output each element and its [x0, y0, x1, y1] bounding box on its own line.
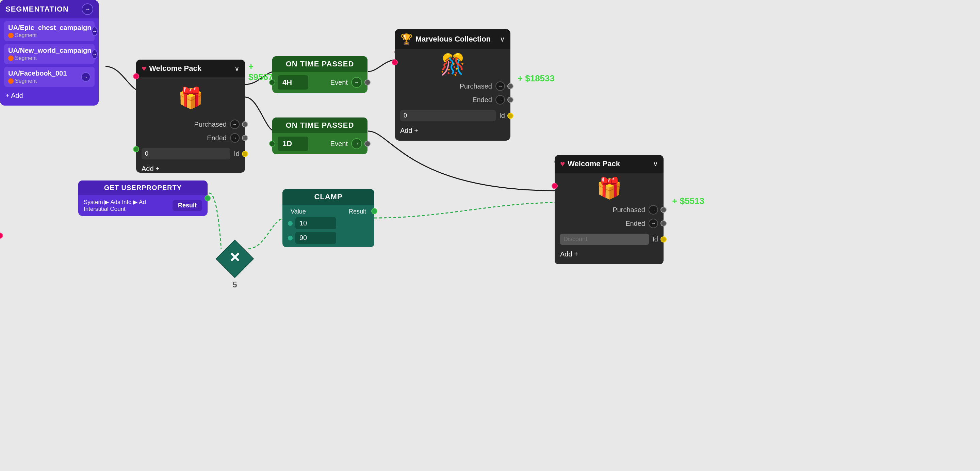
- seg-item-epic[interactable]: UA/Epic_chest_campaign Segment →: [4, 21, 95, 41]
- marvelous-title: Marvelous Collection: [415, 35, 491, 43]
- marvelous-purchased-label: Purchased: [460, 82, 492, 90]
- clamp-max-input[interactable]: [295, 232, 336, 244]
- userproperty-output-dot: [205, 195, 211, 201]
- welcome-pack-ended-label: Ended: [207, 134, 227, 142]
- wp2-id-label: Id: [652, 235, 658, 243]
- welcome-pack-node: ♥ Welcome Pack ∨ 🎁 Purchased → Ended → I…: [136, 60, 245, 172]
- welcome-pack-header: ♥ Welcome Pack ∨: [136, 60, 245, 77]
- marvelous-ended-label: Ended: [472, 96, 492, 104]
- seg-item-facebook[interactable]: UA/Facebook_001 Segment →: [4, 67, 95, 87]
- welcome-pack-2-header: ♥ Welcome Pack ∨: [555, 155, 663, 172]
- wp2-ended-label: Ended: [625, 220, 645, 227]
- segmentation-nav-arrow[interactable]: →: [82, 3, 93, 15]
- time-1d-input-dot: [269, 141, 275, 147]
- wp2-id-dot: [660, 236, 667, 243]
- userproperty-node: GET USERPROPERTY System ▶ Ads Info ▶ Ad …: [78, 180, 208, 216]
- seg-add-button[interactable]: + Add: [5, 92, 93, 99]
- segmentation-title: SEGMENTATION: [5, 5, 69, 14]
- marvelous-purchased-dot: [508, 83, 514, 89]
- segmentation-node: SEGMENTATION → UA/Epic_chest_campaign Se…: [0, 0, 99, 105]
- marvelous-revenue: + $18533: [517, 73, 555, 84]
- seg-output-dot: [0, 233, 3, 239]
- time-4h-header: ON TIME PASSED: [272, 56, 368, 72]
- time-4h-input-dot: [269, 79, 275, 86]
- multiply-node: ✕ 5: [215, 238, 255, 279]
- wp2-add-btn[interactable]: Add +: [560, 250, 658, 258]
- welcome-pack-id-input[interactable]: [142, 148, 231, 160]
- wp2-ended-dot: [660, 220, 667, 227]
- time-1d-event-label: Event: [312, 140, 348, 148]
- wp2-ended-arrow[interactable]: →: [649, 219, 658, 228]
- welcome-pack-input-dot: [133, 73, 139, 79]
- clamp-result-dot: [371, 208, 377, 214]
- userproperty-header: GET USERPROPERTY: [78, 180, 208, 195]
- marvelous-input-dot: [392, 59, 398, 65]
- wp2-purchased-dot: [660, 207, 667, 213]
- seg-arrow-2[interactable]: →: [92, 49, 98, 59]
- marvelous-collection-node: 🏆 Marvelous Collection ∨ 🎊 Purchased → E…: [395, 29, 511, 141]
- marvelous-id-dot: [508, 113, 514, 119]
- marvelous-chevron[interactable]: ∨: [500, 35, 505, 43]
- clamp-header: CLAMP: [282, 189, 374, 205]
- time-1d-event-arrow[interactable]: →: [351, 138, 362, 149]
- marvelous-id-row: Id: [395, 108, 511, 123]
- marvelous-ended-dot: [508, 97, 514, 103]
- clamp-max-dot: [288, 236, 293, 240]
- welcome-pack-ended-row: Ended →: [136, 132, 245, 144]
- wp2-purchased-label: Purchased: [612, 206, 645, 214]
- time-4h-node: ON TIME PASSED Event →: [272, 56, 368, 93]
- welcome-pack-add-btn[interactable]: Add +: [142, 165, 240, 172]
- wp2-purchased-row: Purchased →: [555, 204, 663, 216]
- welcome-pack-id-row: Id: [136, 146, 245, 161]
- seg-item-name-2: UA/New_world_campaign: [8, 47, 92, 54]
- seg-arrow-3[interactable]: →: [81, 72, 91, 82]
- welcome-pack-title: Welcome Pack: [149, 64, 202, 73]
- welcome-pack-purchased-dot: [242, 121, 248, 128]
- trophy-icon: 🏆: [400, 33, 413, 45]
- time-1d-header: ON TIME PASSED: [272, 118, 368, 133]
- welcome-pack-ended-arrow[interactable]: →: [230, 133, 240, 143]
- welcome-pack-ended-dot: [242, 135, 248, 141]
- wp2-discount-input[interactable]: [560, 234, 649, 245]
- marvelous-purchased-arrow[interactable]: →: [495, 81, 505, 91]
- time-1d-output-dot: [364, 141, 371, 147]
- welcome-pack-id-label: Id: [234, 150, 240, 158]
- marvelous-ended-arrow[interactable]: →: [495, 95, 505, 105]
- clamp-max-row: [288, 232, 369, 244]
- seg-arrow-1[interactable]: →: [92, 27, 98, 36]
- heart-icon: ♥: [142, 64, 146, 73]
- seg-icon-1: [8, 33, 14, 38]
- clamp-min-dot: [288, 221, 293, 226]
- clamp-value-label: Value: [291, 208, 306, 215]
- welcome-pack-revenue: + $9567: [248, 61, 273, 82]
- seg-sub-2: Segment: [15, 55, 37, 61]
- seg-item-new-world[interactable]: UA/New_world_campaign Segment →: [4, 44, 95, 64]
- marvelous-add-btn[interactable]: Add +: [400, 127, 505, 134]
- time-4h-value-input[interactable]: [278, 75, 308, 89]
- time-4h-event-label: Event: [312, 79, 348, 86]
- clamp-min-row: [288, 217, 369, 229]
- welcome-pack-purchased-arrow[interactable]: →: [230, 120, 240, 129]
- time-1d-value-input[interactable]: [278, 137, 308, 151]
- marvelous-id-label: Id: [499, 112, 505, 120]
- clamp-min-input[interactable]: [295, 217, 336, 229]
- seg-icon-3: [8, 78, 14, 84]
- marvelous-purchased-row: Purchased →: [395, 80, 511, 92]
- multiply-number: 5: [232, 280, 237, 289]
- welcome-pack-purchased-label: Purchased: [194, 121, 227, 128]
- heart-icon-2: ♥: [560, 159, 565, 169]
- wp2-product-img: 🎁: [555, 172, 663, 204]
- time-1d-node: ON TIME PASSED Event →: [272, 118, 368, 154]
- clamp-node: CLAMP Value Result: [282, 189, 374, 247]
- userproperty-body: System ▶ Ads Info ▶ Ad Interstitial Coun…: [78, 195, 208, 216]
- welcome-pack-2-chevron[interactable]: ∨: [653, 160, 658, 168]
- welcome-pack-chevron[interactable]: ∨: [234, 64, 240, 73]
- wp2-ended-row: Ended →: [555, 217, 663, 230]
- welcome-pack-product-img: 🎁: [173, 81, 208, 115]
- wp2-purchased-arrow[interactable]: →: [649, 205, 658, 214]
- marvelous-id-input[interactable]: [400, 110, 496, 121]
- seg-item-name-1: UA/Epic_chest_campaign: [8, 24, 92, 32]
- time-4h-event-arrow[interactable]: →: [351, 77, 362, 88]
- time-4h-output-dot: [364, 79, 371, 86]
- wp2-revenue: + $5513: [672, 196, 705, 206]
